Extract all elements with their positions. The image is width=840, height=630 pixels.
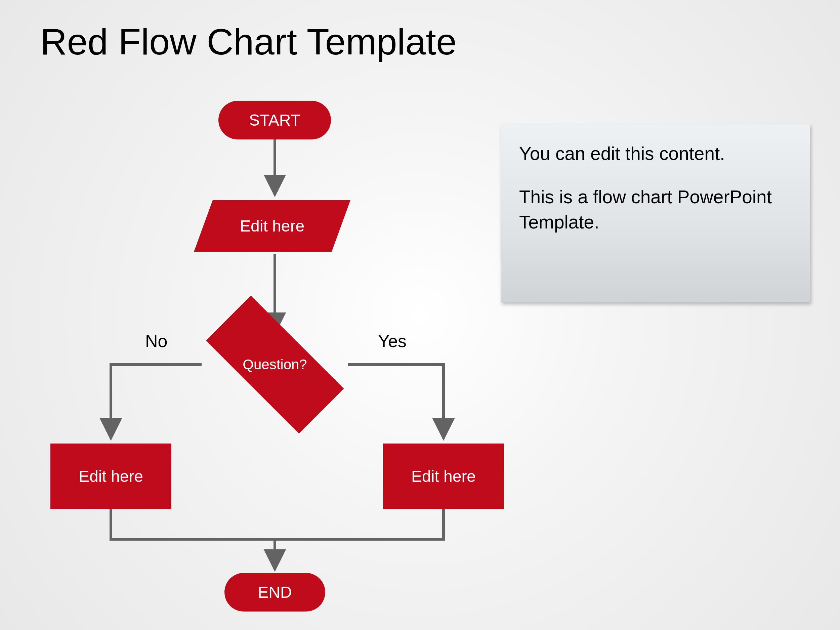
end-label: END [258, 583, 292, 602]
input-label: Edit here [240, 217, 305, 235]
process-left-node[interactable]: Edit here [51, 444, 171, 509]
start-label: START [249, 111, 300, 129]
flow-connectors [0, 0, 840, 630]
input-node[interactable]: Edit here [194, 200, 351, 252]
process-left-label: Edit here [79, 467, 143, 486]
end-node[interactable]: END [224, 573, 325, 611]
start-node[interactable]: START [218, 101, 331, 139]
process-right-node[interactable]: Edit here [383, 444, 504, 509]
decision-node[interactable]: Question? [208, 329, 342, 400]
process-right-label: Edit here [411, 467, 476, 486]
